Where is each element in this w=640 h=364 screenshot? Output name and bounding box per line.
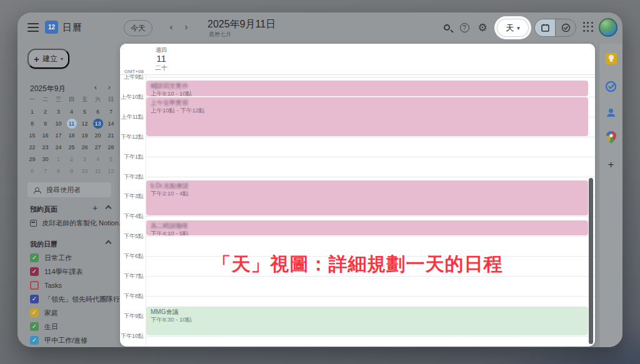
hour-gridline[interactable] [146, 157, 595, 157]
tasks-icon[interactable] [605, 80, 618, 92]
today-button[interactable]: 今天 [124, 20, 152, 36]
next-day-icon[interactable]: › [181, 21, 191, 32]
mini-calendar-day[interactable]: 12 [104, 165, 118, 177]
mini-calendar-day[interactable]: 21 [104, 129, 118, 141]
hour-gridline[interactable] [146, 236, 595, 237]
search-icon[interactable] [440, 21, 454, 34]
calendar-list-item[interactable]: Tasks [30, 278, 124, 292]
mini-calendar-day[interactable]: 12 [78, 117, 91, 129]
booking-collapse-icon[interactable] [106, 205, 112, 212]
mini-calendar-day[interactable]: 10 [78, 165, 91, 177]
mini-calendar-day[interactable]: 11 [91, 165, 104, 177]
get-addons-icon[interactable]: + [608, 159, 614, 171]
mini-calendar-day[interactable]: 6 [26, 165, 39, 177]
mini-calendar-day[interactable]: 28 [104, 141, 118, 153]
mini-calendar-day[interactable]: 14 [104, 117, 118, 129]
keep-icon[interactable] [605, 52, 618, 65]
mini-calendar-day[interactable]: 1 [52, 153, 65, 165]
mini-calendar-day[interactable]: 29 [26, 153, 39, 165]
mini-calendar-day[interactable]: 5 [78, 106, 91, 117]
calendar-event[interactable]: b.Dr.光點會談下午2:10 - 4點 [146, 180, 588, 215]
mini-calendar-day[interactable]: 26 [78, 141, 91, 153]
mini-calendar-day[interactable]: 24 [52, 141, 65, 153]
hour-gridline[interactable] [146, 216, 595, 217]
calendar-list-label: Tasks [44, 282, 62, 289]
mini-calendar-next-icon[interactable]: › [105, 82, 114, 92]
calendar-event[interactable]: 上午安寧實習上午10點 - 下午12點 [146, 97, 588, 136]
booking-add-icon[interactable]: + [92, 203, 98, 213]
mini-calendar-day[interactable]: 20 [91, 129, 104, 141]
hour-gridline[interactable] [146, 77, 595, 77]
day-number[interactable]: 11 [145, 53, 178, 64]
maps-icon[interactable] [605, 131, 618, 144]
checkbox-checked-icon[interactable]: ✓ [30, 253, 39, 262]
mini-calendar-day[interactable]: 3 [52, 106, 65, 117]
hour-label: 上午11點 [120, 113, 144, 121]
mini-calendar-day[interactable]: 25 [65, 141, 78, 153]
calendar-event[interactable]: 輔諮寫文實作上午9:10 - 10點 [146, 81, 588, 96]
create-button[interactable]: + 建立 ▾ [28, 49, 69, 69]
booking-page-item[interactable]: 皮邱老師的客製化 Notion… [30, 219, 124, 228]
mini-calendar-day[interactable]: 30 [39, 153, 52, 165]
hour-gridline[interactable] [146, 177, 595, 177]
settings-gear-icon[interactable]: ⚙ [476, 21, 489, 34]
mini-calendar-day[interactable]: 9 [39, 117, 52, 129]
view-selector-day[interactable]: 天 ▾ [498, 19, 528, 36]
my-calendars-collapse-icon[interactable] [106, 240, 112, 247]
search-users-button[interactable]: 搜尋使用者 [28, 182, 111, 197]
checkbox-unchecked-icon[interactable] [30, 281, 39, 290]
calendar-list-item[interactable]: ✓114學年課表 [30, 265, 124, 278]
mini-calendar-day[interactable]: 17 [52, 129, 65, 141]
mini-calendar-day[interactable]: 8 [26, 117, 39, 129]
calendar-list-item[interactable]: ✓甲中工作/進修 [30, 333, 124, 347]
checkbox-checked-icon[interactable]: ✓ [30, 336, 39, 345]
mini-calendar-day[interactable]: 7 [39, 165, 52, 177]
calendar-list-item[interactable]: ✓日常工作 [30, 251, 124, 265]
mini-calendar-day[interactable]: 6 [91, 106, 104, 117]
hour-gridline[interactable] [146, 296, 595, 297]
mini-calendar-day[interactable]: 4 [91, 153, 104, 165]
mini-calendar-day[interactable]: 5 [104, 153, 118, 165]
calendar-event[interactable]: 高二晤談咖啡下午4:10 - 5點 [146, 220, 588, 235]
mini-calendar-day[interactable]: 9 [65, 165, 78, 177]
google-apps-icon[interactable] [583, 22, 593, 32]
mini-calendar-day[interactable]: 13 [91, 117, 104, 129]
main-menu-icon[interactable] [28, 23, 39, 32]
prev-day-icon[interactable]: ‹ [166, 21, 176, 32]
calendar-view-toggle[interactable] [535, 19, 556, 36]
mini-calendar-day[interactable]: 27 [91, 141, 104, 153]
hour-gridline[interactable] [146, 336, 595, 337]
calendar-list-item[interactable]: ✓生日 [30, 320, 124, 333]
mini-calendar-day[interactable]: 4 [65, 106, 78, 117]
mini-calendar-day[interactable]: 19 [78, 129, 91, 141]
checkbox-checked-icon[interactable]: ✓ [30, 322, 39, 331]
mini-calendar-day[interactable]: 3 [78, 153, 91, 165]
calendar-event[interactable]: MMG會議下午8:30 - 10點 [146, 307, 588, 335]
mini-calendar-day[interactable]: 22 [26, 141, 39, 153]
checkbox-checked-icon[interactable]: ✓ [30, 267, 39, 276]
mini-calendar-prev-icon[interactable]: ‹ [91, 82, 100, 92]
profile-avatar[interactable] [599, 18, 618, 37]
mini-calendar-day[interactable]: 23 [39, 141, 52, 153]
mini-calendar-day[interactable]: 11 [65, 117, 78, 129]
calendar-list-item[interactable]: ✓家庭 [30, 306, 124, 320]
checkbox-checked-icon[interactable]: ✓ [30, 308, 39, 317]
mini-calendar-day[interactable]: 15 [26, 129, 39, 141]
mini-calendar-day[interactable]: 10 [52, 117, 65, 129]
mini-calendar-day[interactable]: 7 [104, 106, 118, 117]
tasks-view-toggle[interactable] [556, 19, 576, 36]
checkbox-checked-icon[interactable]: ✓ [30, 295, 39, 303]
my-calendars-list: ✓日常工作✓114學年課表Tasks✓「領先」領先時代團隊行程✓家庭✓生日✓甲中… [30, 251, 124, 347]
mini-calendar-day[interactable]: 18 [65, 129, 78, 141]
mini-calendar-day[interactable]: 8 [52, 165, 65, 177]
mini-calendar-day[interactable]: 1 [26, 106, 39, 117]
calendar-list-item[interactable]: ✓「領先」領先時代團隊行程 [30, 292, 124, 306]
mini-calendar-day[interactable]: 16 [39, 129, 52, 141]
mini-calendar-day-name: 六 [91, 94, 104, 106]
mini-calendar-day[interactable]: 2 [39, 106, 52, 117]
hour-gridline[interactable] [146, 137, 595, 137]
hour-label: 下午9點 [120, 312, 144, 320]
contacts-icon[interactable] [605, 106, 618, 119]
mini-calendar-day[interactable]: 2 [65, 153, 78, 165]
help-icon[interactable]: ? [458, 21, 471, 34]
